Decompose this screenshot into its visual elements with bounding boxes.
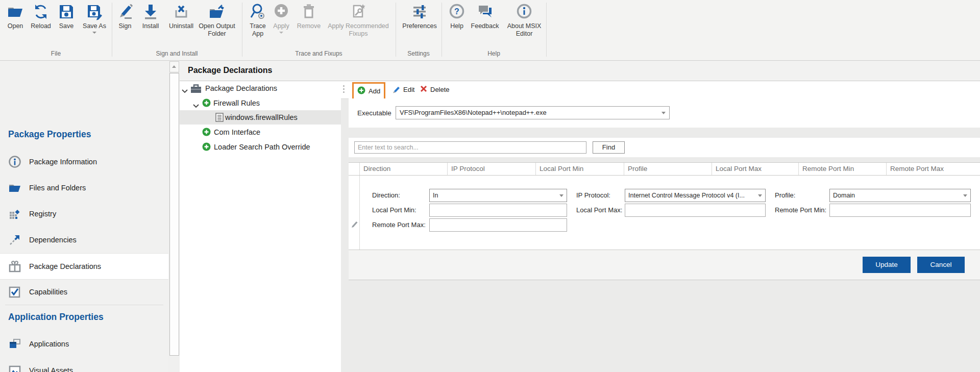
apply-button[interactable]: Apply <box>270 3 293 34</box>
feedback-button[interactable]: Feedback <box>469 3 501 30</box>
open-output-folder-label: Open Output Folder <box>194 22 239 38</box>
fixups-icon <box>323 3 394 22</box>
executable-label: Executable <box>357 98 391 128</box>
table-header-separator <box>359 163 360 175</box>
sidebar-item-capabilities[interactable]: Capabilities <box>0 279 168 305</box>
add-button[interactable]: Add <box>352 82 385 100</box>
sidebar-item-dependencies[interactable]: Dependencies <box>0 227 168 253</box>
declarations-tree: Package Declarations Firewall Rules wind… <box>180 81 341 372</box>
sidebar-item-applications[interactable]: Applications <box>0 331 168 357</box>
update-button[interactable]: Update <box>863 257 911 273</box>
sign-pencil-icon <box>114 3 136 22</box>
column-header-remote-port-min[interactable]: Remote Port Min <box>802 163 854 175</box>
help-label: Help <box>447 22 467 30</box>
delete-button[interactable]: Delete <box>416 82 453 97</box>
remote-port-min-input[interactable] <box>829 204 971 217</box>
remote-port-max-input[interactable] <box>429 218 567 232</box>
apply-recommended-fixups-button[interactable]: Apply Recommended Fixups <box>323 3 394 38</box>
chevron-down-icon <box>92 32 96 34</box>
direction-select[interactable]: In <box>429 189 567 202</box>
profile-select[interactable]: Domain <box>829 189 971 202</box>
open-button[interactable]: Open <box>4 3 27 30</box>
chevron-down-icon <box>279 32 283 34</box>
reload-icon <box>30 3 52 22</box>
profile-label: Profile: <box>775 189 795 202</box>
executable-section: Executable VFS\ProgramFilesX86\Notepad++… <box>349 98 980 128</box>
edit-button[interactable]: Edit <box>388 82 418 97</box>
table-column-separator <box>359 163 360 250</box>
uninstall-icon <box>165 3 197 22</box>
table-header-separator <box>712 163 712 175</box>
profile-value: Domain <box>833 192 855 199</box>
column-header-ip-protocol[interactable]: IP Protocol <box>451 163 485 175</box>
executable-dropdown[interactable]: VFS\ProgramFilesX86\Notepad++\notepad++.… <box>396 106 670 119</box>
local-port-min-input[interactable] <box>429 204 567 217</box>
save-as-label: Save As <box>80 22 109 30</box>
edit-label: Edit <box>403 86 414 93</box>
tree-item-label: Package Declarations <box>205 81 277 95</box>
column-header-remote-port-max[interactable]: Remote Port Max <box>890 163 944 175</box>
sign-button[interactable]: Sign <box>114 3 136 30</box>
toolbox-icon <box>190 84 202 95</box>
tree-item-label: Loader Search Path Override <box>214 140 310 154</box>
tree-item-windows-firewallrules[interactable]: windows.firewallRules <box>180 110 341 125</box>
tree-item-firewall-rules[interactable]: Firewall Rules <box>180 96 341 110</box>
column-header-direction[interactable]: Direction <box>363 163 390 175</box>
toolbar-drag-handle[interactable] <box>343 85 345 94</box>
sidebar-item-label: Visual Assets <box>29 358 73 372</box>
install-label: Install <box>138 22 163 30</box>
trace-app-button[interactable]: Trace App <box>245 3 271 38</box>
applications-windows-icon <box>8 337 21 351</box>
tree-item-package-declarations[interactable]: Package Declarations <box>180 81 341 95</box>
sidebar-item-files-and-folders[interactable]: Files and Folders <box>0 175 168 201</box>
local-port-max-input[interactable] <box>625 204 766 217</box>
search-input[interactable] <box>354 141 586 154</box>
sidebar-item-package-declarations[interactable]: Package Declarations <box>0 253 168 280</box>
sidebar-item-label: Files and Folders <box>29 175 86 201</box>
save-button[interactable]: Save <box>55 3 78 30</box>
remove-button[interactable]: Remove <box>295 3 323 30</box>
remove-label: Remove <box>295 22 323 30</box>
tree-item-loader-search-path-override[interactable]: Loader Search Path Override <box>180 140 341 154</box>
ip-protocol-select[interactable]: Internet Control Message Protocol v4 (I.… <box>625 189 766 202</box>
reload-label: Reload <box>30 22 52 30</box>
document-icon <box>215 113 224 124</box>
chevron-down-icon[interactable] <box>193 101 199 110</box>
column-header-local-port-min[interactable]: Local Port Min <box>540 163 583 175</box>
scrollbar-thumb[interactable] <box>169 73 179 356</box>
open-output-folder-button[interactable]: Open Output Folder <box>194 3 239 38</box>
sidebar-item-registry[interactable]: Registry <box>0 201 168 227</box>
reload-button[interactable]: Reload <box>30 3 52 30</box>
sidebar-scrollbar[interactable] <box>168 61 180 372</box>
save-as-button[interactable]: Save As <box>80 3 109 34</box>
sidebar-item-package-information[interactable]: Package Information <box>0 149 168 175</box>
preferences-button[interactable]: Preferences <box>400 3 439 30</box>
pencil-icon <box>391 85 400 95</box>
panel-toolbar: Add Edit Delete <box>341 81 980 99</box>
sidebar-item-label: Dependencies <box>29 227 77 253</box>
apply-label: Apply <box>270 22 293 30</box>
sidebar-item-label: Capabilities <box>29 279 67 305</box>
chevron-down-icon[interactable] <box>182 86 188 95</box>
tree-item-com-interface[interactable]: Com Interface <box>180 125 341 139</box>
firewall-rules-panel: Add Edit Delete Executable VFS\ProgramFi… <box>341 81 980 372</box>
sidebar-item-visual-assets[interactable]: Visual Assets <box>0 358 168 372</box>
find-button[interactable]: Find <box>593 141 625 154</box>
info-circle-icon <box>8 155 21 168</box>
direction-value: In <box>433 192 438 199</box>
column-header-local-port-max[interactable]: Local Port Max <box>716 163 762 175</box>
save-icon <box>55 3 78 22</box>
trace-app-label: Trace App <box>245 22 271 38</box>
image-icon <box>8 364 21 372</box>
install-button[interactable]: Install <box>138 3 163 30</box>
cancel-button[interactable]: Cancel <box>917 257 965 273</box>
scrollbar-up-arrow[interactable] <box>169 61 179 72</box>
uninstall-button[interactable]: Uninstall <box>165 3 197 30</box>
sidebar-item-label: Package Information <box>29 149 97 175</box>
table-header-separator <box>624 163 624 175</box>
table-header-separator <box>535 163 536 175</box>
about-msix-editor-button[interactable]: About MSIX Editor <box>504 3 545 38</box>
column-header-profile[interactable]: Profile <box>628 163 647 175</box>
table-header-row: Direction IP Protocol Local Port Min Pro… <box>349 163 980 176</box>
help-button[interactable]: ? Help <box>447 3 467 30</box>
